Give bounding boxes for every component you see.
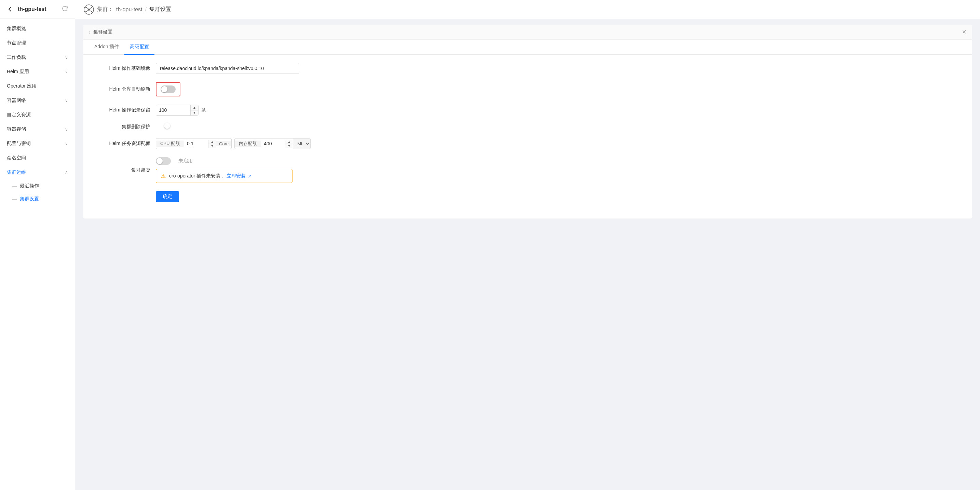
sidebar-item-operator[interactable]: Operator 应用 [0, 79, 75, 93]
sidebar-item-custom-resource[interactable]: 自定义资源 [0, 108, 75, 122]
cluster-overcommit-wrapper: 未启用 [156, 157, 327, 165]
tabs-bar: Addon 插件 高级配置 [83, 40, 972, 55]
sidebar-header: th-gpu-test [0, 0, 75, 19]
memory-resource-group: 内存配额 ▲ ▼ Mi Gi [234, 138, 310, 149]
panel-header-left: › 集群设置 [89, 29, 113, 35]
sidebar: th-gpu-test 集群概览 节点管理 工作负载 ∨ Helm 应用 ∨ O… [0, 0, 75, 490]
svg-line-7 [89, 8, 92, 10]
chevron-down-icon: ∨ [65, 98, 68, 103]
helm-record-unit: 条 [201, 107, 206, 113]
submit-button[interactable]: 确定 [156, 191, 179, 202]
cpu-label: CPU 配额 [156, 140, 184, 147]
cpu-stepper-up[interactable]: ▲ [208, 140, 216, 144]
warning-icon: ⚠ [161, 173, 166, 179]
cluster-overcommit-control: 未启用 ⚠ cro-operator 插件未安装， 立即安装 ↗ [156, 157, 327, 183]
sidebar-item-helm[interactable]: Helm 应用 ∨ [0, 65, 75, 79]
helm-record-label: Helm 操作记录保留 [94, 107, 156, 113]
external-link-icon: ↗ [248, 174, 251, 179]
resource-row: CPU 配额 ▲ ▼ Core 内存配额 [156, 138, 327, 149]
cluster-overcommit-off-label: 未启用 [178, 158, 193, 164]
sidebar-item-ops[interactable]: 集群运维 ∧ [0, 165, 75, 180]
chevron-up-icon: ∧ [65, 170, 68, 175]
sidebar-item-namespace[interactable]: 命名空间 [0, 151, 75, 165]
back-icon[interactable] [7, 6, 14, 13]
helm-record-control: ▲ ▼ 条 [156, 105, 327, 116]
tab-addon[interactable]: Addon 插件 [89, 40, 124, 55]
helm-record-input-group: ▲ ▼ [156, 105, 199, 116]
helm-repo-refresh-row: Helm 仓库自动刷新 [94, 82, 961, 96]
panel-title: 集群设置 [93, 29, 113, 35]
helm-resource-control: CPU 配额 ▲ ▼ Core 内存配额 [156, 138, 327, 149]
breadcrumb-cluster-name: th-gpu-test [116, 6, 142, 13]
helm-image-label: Helm 操作基础镜像 [94, 65, 156, 72]
warning-container: ⚠ cro-operator 插件未安装， 立即安装 ↗ [156, 169, 327, 183]
helm-repo-refresh-label: Helm 仓库自动刷新 [94, 86, 156, 92]
main-area: 集群： th-gpu-test / 集群设置 › 集群设置 ✕ Addon 插件 [75, 0, 980, 490]
warning-text: cro-operator 插件未安装， 立即安装 ↗ [169, 173, 251, 179]
memory-stepper-up[interactable]: ▲ [285, 140, 293, 144]
toggle-slider [161, 86, 176, 93]
tab-advanced[interactable]: 高级配置 [124, 40, 154, 55]
cluster-delete-protection-control [156, 124, 327, 129]
cluster-delete-protection-row: 集群删除保护 [94, 124, 961, 130]
breadcrumb-separator: / [145, 6, 146, 13]
breadcrumb-cluster-label: 集群： [97, 6, 113, 13]
cpu-stepper-down[interactable]: ▼ [208, 144, 216, 148]
sidebar-nav: 集群概览 节点管理 工作负载 ∨ Helm 应用 ∨ Operator 应用 容… [0, 19, 75, 490]
chevron-down-icon: ∨ [65, 127, 68, 132]
app-logo-icon [83, 4, 94, 15]
cpu-unit: Core [216, 141, 231, 146]
cluster-delete-protection-label: 集群删除保护 [94, 124, 156, 130]
sidebar-logo: th-gpu-test [7, 6, 46, 13]
svg-line-9 [89, 10, 92, 12]
cpu-input[interactable] [184, 141, 208, 146]
submit-row: 确定 [94, 191, 961, 202]
stepper-down-button[interactable]: ▼ [191, 110, 198, 116]
sidebar-item-container-network[interactable]: 容器网络 ∨ [0, 93, 75, 108]
expand-icon[interactable]: › [89, 29, 91, 35]
stepper-up-button[interactable]: ▲ [191, 105, 198, 110]
chevron-down-icon: ∨ [65, 141, 68, 146]
helm-resource-label: Helm 任务资源配额 [94, 140, 156, 147]
helm-record-input[interactable] [156, 105, 190, 115]
sidebar-subitem-recent-ops[interactable]: 最近操作 [0, 180, 75, 193]
memory-unit-select[interactable]: Mi Gi [293, 139, 310, 149]
cluster-name: th-gpu-test [18, 6, 46, 12]
refresh-icon[interactable] [62, 5, 68, 13]
toggle-slider-disabled [156, 157, 171, 165]
helm-record-row: Helm 操作记录保留 ▲ ▼ 条 [94, 105, 961, 116]
warning-box: ⚠ cro-operator 插件未安装， 立即安装 ↗ [156, 169, 293, 183]
memory-stepper-down[interactable]: ▼ [285, 144, 293, 148]
helm-repo-refresh-highlight [156, 82, 180, 96]
memory-label: 内存配额 [235, 140, 261, 147]
top-header: 集群： th-gpu-test / 集群设置 [75, 0, 980, 19]
chevron-down-icon: ∨ [65, 55, 68, 60]
panel-header: › 集群设置 ✕ [83, 25, 972, 40]
sidebar-item-config-secret[interactable]: 配置与密钥 ∨ [0, 136, 75, 151]
helm-image-input[interactable] [156, 63, 299, 74]
sidebar-item-overview[interactable]: 集群概览 [0, 22, 75, 36]
svg-line-8 [86, 10, 89, 12]
settings-panel: › 集群设置 ✕ Addon 插件 高级配置 Helm 操作基础镜像 [83, 25, 972, 219]
chevron-down-icon: ∨ [65, 69, 68, 74]
helm-resource-row: Helm 任务资源配额 CPU 配额 ▲ ▼ Core [94, 138, 961, 149]
sidebar-item-nodes[interactable]: 节点管理 [0, 36, 75, 50]
breadcrumb-page-title: 集群设置 [150, 6, 171, 13]
sidebar-subitem-cluster-settings[interactable]: 集群设置 [0, 193, 75, 206]
memory-input[interactable] [261, 141, 285, 146]
sidebar-item-workload[interactable]: 工作负载 ∨ [0, 50, 75, 65]
cpu-steppers: ▲ ▼ [208, 140, 216, 148]
cluster-overcommit-toggle[interactable] [156, 157, 171, 165]
svg-line-6 [86, 8, 89, 10]
form-content: Helm 操作基础镜像 Helm 仓库自动刷新 [83, 55, 972, 219]
close-icon[interactable]: ✕ [962, 29, 966, 35]
helm-image-control [156, 63, 327, 74]
cpu-resource-group: CPU 配额 ▲ ▼ Core [156, 138, 232, 149]
content-area: › 集群设置 ✕ Addon 插件 高级配置 Helm 操作基础镜像 [75, 19, 980, 490]
helm-image-row: Helm 操作基础镜像 [94, 63, 961, 74]
install-plugin-link[interactable]: 立即安装 ↗ [226, 173, 251, 179]
sidebar-item-container-storage[interactable]: 容器存储 ∨ [0, 122, 75, 136]
helm-repo-refresh-toggle[interactable] [161, 86, 176, 93]
cluster-overcommit-row: 集群超卖 未启用 ⚠ [94, 157, 961, 183]
helm-repo-refresh-control [156, 82, 327, 96]
